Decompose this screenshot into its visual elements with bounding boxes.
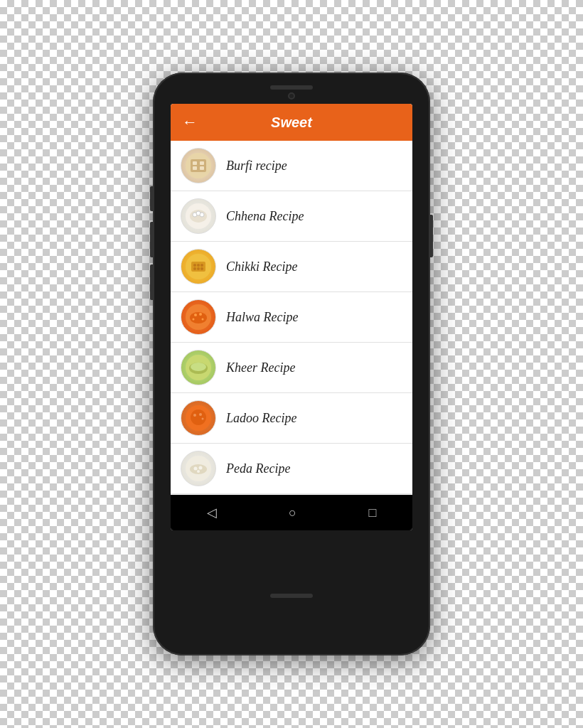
recipe-name-burfi: Burfi recipe bbox=[226, 159, 287, 173]
svg-point-37 bbox=[197, 470, 200, 473]
svg-point-20 bbox=[190, 312, 207, 323]
recipe-item-ladoo[interactable]: Ladoo Recipe bbox=[171, 393, 412, 444]
recipe-icon-halwa bbox=[181, 299, 216, 335]
nav-home-button[interactable]: ○ bbox=[277, 500, 308, 526]
phone-bottom bbox=[270, 530, 313, 655]
recipe-item-chikki[interactable]: Chikki Recipe bbox=[171, 242, 412, 292]
mute-button[interactable] bbox=[150, 264, 153, 300]
volume-down-button[interactable] bbox=[150, 222, 153, 257]
recipe-icon-chikki bbox=[181, 249, 216, 284]
front-camera bbox=[288, 92, 295, 100]
nav-recent-button[interactable]: □ bbox=[357, 500, 387, 526]
recipe-list: Burfi recipeChhena RecipeChikki RecipeHa… bbox=[171, 141, 412, 495]
recipe-name-chikki: Chikki Recipe bbox=[226, 259, 297, 274]
svg-point-24 bbox=[202, 318, 204, 321]
svg-point-21 bbox=[194, 314, 197, 316]
nav-back-button[interactable]: ◁ bbox=[196, 499, 228, 526]
svg-point-22 bbox=[199, 313, 202, 316]
recipe-icon-ladoo bbox=[181, 400, 216, 436]
app-header: ← Sweet bbox=[171, 104, 412, 141]
svg-point-23 bbox=[193, 318, 195, 321]
recipe-name-chhena: Chhena Recipe bbox=[226, 209, 304, 224]
top-speaker bbox=[270, 85, 313, 90]
recipe-item-kheer[interactable]: Kheer Recipe bbox=[171, 343, 412, 393]
svg-point-29 bbox=[191, 410, 206, 425]
svg-point-16 bbox=[193, 267, 196, 270]
svg-rect-4 bbox=[193, 166, 197, 170]
app-title: Sweet bbox=[206, 114, 377, 131]
svg-point-31 bbox=[199, 413, 202, 416]
svg-point-18 bbox=[200, 267, 203, 270]
svg-rect-5 bbox=[200, 166, 204, 170]
recipe-name-peda: Peda Recipe bbox=[226, 461, 290, 476]
recipe-item-burfi[interactable]: Burfi recipe bbox=[171, 141, 412, 191]
svg-point-27 bbox=[191, 363, 206, 371]
recipe-name-kheer: Kheer Recipe bbox=[226, 360, 295, 375]
svg-point-36 bbox=[199, 466, 203, 470]
recipe-item-chhena[interactable]: Chhena Recipe bbox=[171, 191, 412, 242]
svg-point-32 bbox=[202, 418, 204, 420]
svg-point-15 bbox=[200, 264, 203, 267]
svg-rect-3 bbox=[200, 161, 204, 165]
phone-screen: ← Sweet Burfi recipeChhena RecipeChikki … bbox=[171, 104, 412, 530]
recipe-icon-burfi bbox=[181, 148, 216, 183]
svg-point-35 bbox=[194, 467, 198, 471]
svg-rect-2 bbox=[193, 161, 197, 165]
recipe-item-halwa[interactable]: Halwa Recipe bbox=[171, 292, 412, 343]
svg-point-30 bbox=[193, 414, 196, 417]
recipe-icon-chhena bbox=[181, 198, 216, 234]
back-button[interactable]: ← bbox=[182, 113, 198, 132]
svg-point-14 bbox=[197, 264, 200, 267]
svg-point-13 bbox=[193, 264, 196, 267]
volume-up-button[interactable] bbox=[150, 186, 153, 211]
power-button[interactable] bbox=[430, 215, 433, 257]
svg-point-10 bbox=[200, 213, 204, 217]
svg-point-17 bbox=[197, 267, 200, 270]
bottom-speaker bbox=[270, 594, 313, 598]
recipe-icon-kheer bbox=[181, 350, 216, 385]
navigation-bar: ◁ ○ □ bbox=[171, 495, 412, 530]
recipe-icon-peda bbox=[181, 451, 216, 486]
recipe-name-ladoo: Ladoo Recipe bbox=[226, 411, 296, 426]
recipe-name-halwa: Halwa Recipe bbox=[226, 310, 298, 325]
recipe-item-peda[interactable]: Peda Recipe bbox=[171, 444, 412, 494]
phone-device: ← Sweet Burfi recipeChhena RecipeChikki … bbox=[153, 73, 430, 655]
svg-rect-1 bbox=[191, 159, 206, 172]
